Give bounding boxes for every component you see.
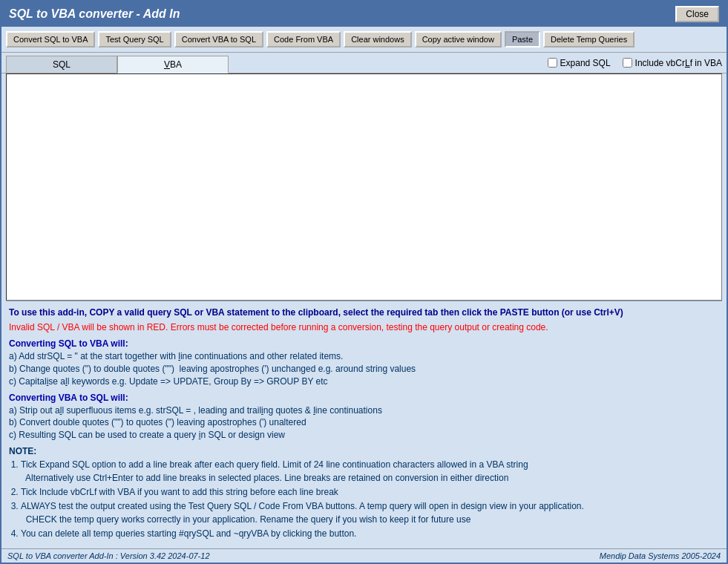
note-item-4: You can delete all temp queries starting… (21, 527, 719, 540)
status-left: SQL to VBA converter Add-In : Version 3.… (7, 551, 210, 560)
red-word: RED (147, 322, 165, 332)
error-note: Invalid SQL / VBA will be shown in RED. … (9, 322, 719, 332)
section1-line2: b) Change quotes (") to double quotes ("… (9, 363, 719, 376)
text-area-container (6, 73, 722, 301)
clear-windows-button[interactable]: Clear windows (344, 31, 412, 47)
tabs-row: SQL VBA Expand SQL Include vbCrLf in VBA (1, 53, 727, 73)
include-vbcrlf-option[interactable]: Include vbCrLf in VBA (623, 58, 722, 68)
section2-title: Converting VBA to SQL will: (9, 393, 719, 403)
paste-button[interactable]: Paste (505, 31, 540, 47)
main-textarea[interactable] (7, 74, 721, 300)
main-window: SQL to VBA converter - Add In Close Conv… (0, 0, 728, 564)
expand-sql-label: Expand SQL (560, 58, 611, 68)
section2-line2: b) Convert double quotes ("") to quotes … (9, 416, 719, 429)
include-vbcrlf-label: Include vbCrLf in VBA (635, 58, 722, 68)
main-instruction: To use this add-in, COPY a valid query S… (9, 307, 719, 318)
section2-line3: c) Resulting SQL can be used to create a… (9, 429, 719, 442)
toolbar: Convert SQL to VBA Test Query SQL Conver… (1, 27, 727, 53)
title-bar: SQL to VBA converter - Add In Close (1, 1, 727, 27)
status-right: Mendip Data Systems 2005-2024 (600, 551, 721, 560)
include-vbcrlf-checkbox[interactable] (623, 58, 632, 68)
section2-line1: a) Strip out all superfluous items e.g. … (9, 404, 719, 417)
tab-vba-label: VBA (164, 59, 182, 70)
status-bar: SQL to VBA converter Add-In : Version 3.… (1, 548, 727, 563)
tab-vba[interactable]: VBA (117, 56, 229, 73)
note-list: Tick Expand SQL option to add a line bre… (9, 458, 719, 540)
note-item-3: ALWAYS test the output created using the… (21, 499, 719, 526)
section-sql-to-vba: Converting SQL to VBA will: a) Add strSQ… (9, 338, 719, 387)
note-title: NOTE: (9, 446, 719, 456)
section-vba-to-sql: Converting VBA to SQL will: a) Strip out… (9, 393, 719, 442)
test-query-sql-button[interactable]: Test Query SQL (98, 31, 171, 47)
tab-sql-label: SQL (53, 59, 70, 70)
section1-line1: a) Add strSQL = " at the start together … (9, 350, 719, 363)
options-area: Expand SQL Include vbCrLf in VBA (548, 58, 722, 71)
close-button[interactable]: Close (675, 6, 719, 22)
info-area: To use this add-in, COPY a valid query S… (6, 301, 722, 544)
tab-sql[interactable]: SQL (6, 56, 117, 73)
main-area: To use this add-in, COPY a valid query S… (1, 73, 727, 548)
convert-vba-to-sql-button[interactable]: Convert VBA to SQL (174, 31, 263, 47)
note-item-2: Tick Include vbCrLf with VBA if you want… (21, 485, 719, 499)
note-item-1: Tick Expand SQL option to add a line bre… (21, 458, 719, 485)
expand-sql-option[interactable]: Expand SQL (548, 58, 611, 68)
expand-sql-checkbox[interactable] (548, 58, 557, 68)
note-section: NOTE: Tick Expand SQL option to add a li… (9, 446, 719, 540)
section1-line3: c) Capitalise all keywords e.g. Update =… (9, 376, 719, 388)
convert-sql-to-vba-button[interactable]: Convert SQL to VBA (6, 31, 95, 47)
delete-temp-queries-button[interactable]: Delete Temp Queries (543, 31, 634, 47)
section1-title: Converting SQL to VBA will: (9, 338, 719, 349)
window-title: SQL to VBA converter - Add In (9, 7, 180, 21)
code-from-vba-button[interactable]: Code From VBA (266, 31, 341, 47)
copy-active-window-button[interactable]: Copy active window (415, 31, 502, 47)
